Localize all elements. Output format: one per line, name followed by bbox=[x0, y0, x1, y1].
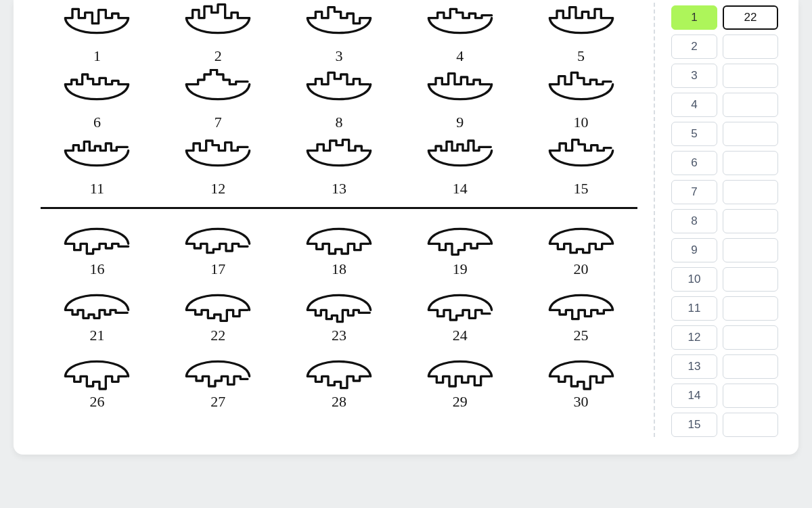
puzzle-row: 11 12 13 14 15 bbox=[37, 135, 641, 198]
answer-row: 2 bbox=[671, 34, 781, 59]
puzzle-row: 1 2 3 4 5 bbox=[37, 3, 641, 65]
lock-26: 26 bbox=[56, 348, 137, 411]
key-label: 11 bbox=[90, 180, 104, 198]
lock-18: 18 bbox=[298, 216, 380, 278]
answer-number-cell: 3 bbox=[671, 64, 717, 88]
key-label: 4 bbox=[456, 47, 464, 65]
answer-row: 15 bbox=[671, 413, 781, 437]
answer-input[interactable]: 22 bbox=[723, 5, 778, 30]
lock-label: 26 bbox=[89, 393, 104, 411]
key-label: 8 bbox=[335, 114, 342, 131]
lock-label: 28 bbox=[332, 393, 346, 411]
key-12: 12 bbox=[177, 135, 258, 198]
answer-number-cell: 7 bbox=[671, 180, 717, 204]
key-4: 4 bbox=[420, 3, 501, 65]
key-2: 2 bbox=[177, 3, 258, 65]
answer-row: 9 bbox=[671, 238, 781, 262]
answer-number-cell: 9 bbox=[671, 238, 717, 262]
lock-label: 24 bbox=[453, 327, 468, 344]
key-label: 7 bbox=[215, 114, 222, 131]
lock-label: 30 bbox=[574, 393, 589, 411]
lock-label: 21 bbox=[89, 327, 104, 344]
key-13: 13 bbox=[298, 135, 380, 198]
lock-21: 21 bbox=[56, 282, 137, 344]
key-label: 1 bbox=[93, 47, 101, 65]
answer-row: 6 bbox=[671, 151, 781, 175]
answer-number-cell: 2 bbox=[671, 34, 717, 59]
answer-row: 8 bbox=[671, 209, 781, 233]
answer-input[interactable] bbox=[723, 238, 778, 262]
lock-28: 28 bbox=[298, 348, 380, 411]
key-1: 1 bbox=[56, 3, 137, 65]
lock-20: 20 bbox=[541, 216, 622, 278]
answer-number-cell: 1 bbox=[671, 5, 717, 30]
test-card: 1 2 3 4 5 6 bbox=[14, 0, 798, 455]
key-11: 11 bbox=[56, 135, 137, 198]
answer-input[interactable] bbox=[723, 34, 778, 59]
answer-number-cell: 11 bbox=[671, 296, 717, 321]
answer-row: 5 bbox=[671, 122, 781, 146]
answer-row: 10 bbox=[671, 267, 781, 292]
answer-row: 7 bbox=[671, 180, 781, 204]
answer-row: 11 bbox=[671, 296, 781, 321]
answer-number-cell: 4 bbox=[671, 93, 717, 117]
answer-row: 12 bbox=[671, 325, 781, 350]
lock-label: 27 bbox=[210, 393, 225, 411]
answer-row: 122 bbox=[671, 5, 781, 30]
key-label: 9 bbox=[456, 114, 464, 131]
lock-label: 29 bbox=[453, 393, 468, 411]
answer-number-cell: 13 bbox=[671, 354, 717, 379]
puzzle-grid: 1 2 3 4 5 6 bbox=[37, 3, 655, 437]
lock-30: 30 bbox=[541, 348, 622, 411]
answer-input[interactable] bbox=[723, 296, 778, 321]
answer-number-cell: 6 bbox=[671, 151, 717, 175]
lock-22: 22 bbox=[177, 282, 258, 344]
key-15: 15 bbox=[541, 135, 622, 198]
answer-number-cell: 10 bbox=[671, 267, 717, 292]
key-label: 15 bbox=[574, 180, 589, 198]
key-label: 6 bbox=[93, 114, 101, 131]
section-divider bbox=[41, 207, 637, 209]
key-label: 5 bbox=[577, 47, 585, 65]
answer-input[interactable] bbox=[723, 267, 778, 292]
lock-24: 24 bbox=[420, 282, 501, 344]
answer-input[interactable] bbox=[723, 384, 778, 408]
lock-label: 17 bbox=[210, 260, 225, 278]
lock-label: 18 bbox=[332, 260, 346, 278]
key-label: 3 bbox=[335, 47, 342, 65]
key-label: 10 bbox=[574, 114, 589, 131]
answer-number-cell: 8 bbox=[671, 209, 717, 233]
answer-row: 14 bbox=[671, 384, 781, 408]
answer-grid: 12223456789101112131415 bbox=[671, 3, 781, 437]
key-5: 5 bbox=[541, 3, 622, 65]
lock-16: 16 bbox=[56, 216, 137, 278]
puzzle-row: 16 17 18 19 20 bbox=[37, 216, 641, 278]
key-label: 14 bbox=[453, 180, 468, 198]
answer-input[interactable] bbox=[723, 209, 778, 233]
key-3: 3 bbox=[298, 3, 380, 65]
key-7: 7 bbox=[177, 69, 258, 131]
key-14: 14 bbox=[420, 135, 501, 198]
key-label: 12 bbox=[210, 180, 225, 198]
lock-17: 17 bbox=[177, 216, 258, 278]
answer-input[interactable] bbox=[723, 180, 778, 204]
answer-input[interactable] bbox=[723, 122, 778, 146]
puzzle-row: 6 7 8 9 10 bbox=[37, 69, 641, 131]
answer-input[interactable] bbox=[723, 325, 778, 350]
puzzle-row: 21 22 23 24 25 bbox=[37, 282, 641, 344]
puzzle-row: 26 27 28 29 30 bbox=[37, 348, 641, 411]
key-label: 13 bbox=[332, 180, 346, 198]
answer-input[interactable] bbox=[723, 64, 778, 88]
answer-row: 4 bbox=[671, 93, 781, 117]
answer-input[interactable] bbox=[723, 413, 778, 437]
key-9: 9 bbox=[420, 69, 501, 131]
lock-label: 25 bbox=[574, 327, 589, 344]
lock-label: 20 bbox=[574, 260, 589, 278]
lock-label: 22 bbox=[210, 327, 225, 344]
answer-input[interactable] bbox=[723, 151, 778, 175]
answer-input[interactable] bbox=[723, 354, 778, 379]
key-8: 8 bbox=[298, 69, 380, 131]
answer-row: 13 bbox=[671, 354, 781, 379]
answer-number-cell: 15 bbox=[671, 413, 717, 437]
answer-input[interactable] bbox=[723, 93, 778, 117]
